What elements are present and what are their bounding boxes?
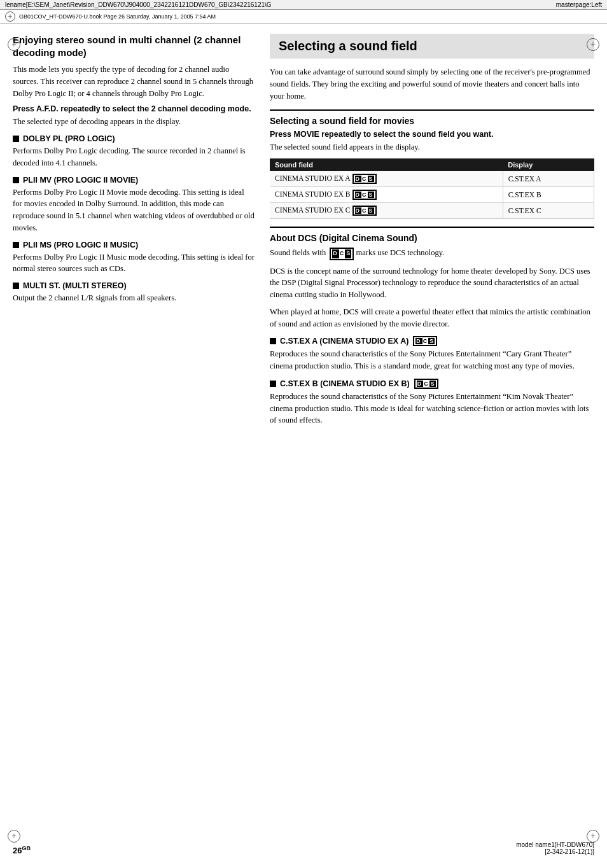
corner-mark-tr: + [587,38,599,51]
header-left: lename[E:\SEM_Janet\Revision_DDW670\J904… [5,1,272,8]
table-cell-sound-field: CINEMA STUDIO EX ADCS [270,171,503,187]
corner-mark-tl: + [8,38,20,51]
divider-1 [270,109,594,111]
dcs-badge-table: DCS [352,190,377,200]
table-cell-display: C.ST.EX C [503,203,594,219]
page-number: 26GB [13,846,31,855]
movies-heading: Selecting a sound field for movies [270,116,594,126]
big-heading: Selecting a sound field [270,34,594,59]
bullet-icon [270,338,276,344]
bullet-icon [13,136,19,142]
footer: 26GB model name1[HT-DDW670] [2-342-216-1… [0,841,607,855]
table-cell-sound-field: CINEMA STUDIO EX CDCS [270,203,503,219]
corner-mark-bl: + [8,830,20,843]
dcs-body1: DCS is the concept name of the surround … [270,265,594,301]
table-col-sound-field: Sound field [270,158,503,171]
table-row: CINEMA STUDIO EX CDCSC.ST.EX C [270,203,594,219]
crosshair-icon [5,11,15,22]
main-content: Enjoying stereo sound in multi channel (… [0,24,607,442]
table-row: CINEMA STUDIO EX ADCSC.ST.EX A [270,171,594,187]
footer-model-line1: model name1[HT-DDW670] [516,841,594,848]
bullet-icon [270,381,276,387]
dolby-pl-body: Performs Dolby Pro Logic decoding. The s… [13,145,255,169]
table-cell-sound-field: CINEMA STUDIO EX BDCS [270,187,503,203]
cst-ex-b-heading: C.ST.EX B (CINEMA STUDIO EX B) DCS [270,379,594,389]
header-right: masterpage:Left [556,1,602,8]
table-row: CINEMA STUDIO EX BDCSC.ST.EX B [270,187,594,203]
sound-field-table: Sound field Display CINEMA STUDIO EX ADC… [270,158,594,219]
table-cell-display: C.ST.EX B [503,187,594,203]
plii-ms-body: Performs Dolby Pro Logic II Music mode d… [13,251,255,276]
dcs-badge-b: DCS [414,379,438,389]
plii-ms-heading: PLII MS (PRO LOGIC II MUSIC) [13,241,255,249]
left-section-title: Enjoying stereo sound in multi channel (… [13,34,255,59]
multi-st-body: Output the 2 channel L/R signals from al… [13,292,255,304]
table-col-display: Display [503,158,594,171]
dcs-badge-a: DCS [413,336,437,346]
cst-ex-a-heading: C.ST.EX A (CINEMA STUDIO EX A) DCS [270,336,594,346]
left-intro: This mode lets you specify the type of d… [13,64,255,99]
subheader-text: GB01COV_HT-DDW670-U.book Page 26 Saturda… [19,13,216,20]
corner-mark-br: + [587,830,599,843]
plii-mv-body: Performs Dolby Pro Logic II Movie mode d… [13,186,255,234]
bullet-icon [13,242,19,248]
movies-press-body: The selected sound field appears in the … [270,141,594,153]
dcs-badge-inline: DCS [330,248,354,260]
movies-press-heading: Press MOVIE repeatedly to select the sou… [270,130,594,139]
left-column: Enjoying stereo sound in multi channel (… [13,34,255,431]
multi-st-heading: MULTI ST. (MULTI STEREO) [13,281,255,290]
cst-ex-b-body: Reproduces the sound characteristics of … [270,391,594,426]
press-afd-body: The selected type of decoding appears in… [13,116,255,128]
dcs-badge-table: DCS [352,174,377,184]
press-afd-heading: Press A.F.D. repeatedly to select the 2 … [13,104,255,113]
sub-header: GB01COV_HT-DDW670-U.book Page 26 Saturda… [0,10,607,24]
footer-model-line2: [2-342-216-12(1)] [516,848,594,855]
right-column: Selecting a sound field You can take adv… [270,34,594,431]
bullet-icon [13,177,19,183]
divider-2 [270,227,594,228]
bullet-icon [13,283,19,289]
footer-model: model name1[HT-DDW670] [2-342-216-12(1)] [516,841,594,855]
table-cell-display: C.ST.EX A [503,171,594,187]
plii-mv-heading: PLII MV (PRO LOGIC II MOVIE) [13,176,255,185]
right-intro: You can take advantage of surround sound… [270,66,594,102]
dcs-badge-table: DCS [352,206,377,216]
dolby-pl-heading: DOLBY PL (PRO LOGIC) [13,134,255,143]
dcs-heading: About DCS (Digital Cinema Sound) [270,233,594,243]
header-bar: lename[E:\SEM_Janet\Revision_DDW670\J904… [0,0,607,10]
dcs-intro: Sound fields with DCS marks use DCS tech… [270,247,594,260]
dcs-body2: When played at home, DCS will create a p… [270,306,594,330]
page-number-area: 26GB [13,845,31,855]
cst-ex-a-body: Reproduces the sound characteristics of … [270,348,594,372]
